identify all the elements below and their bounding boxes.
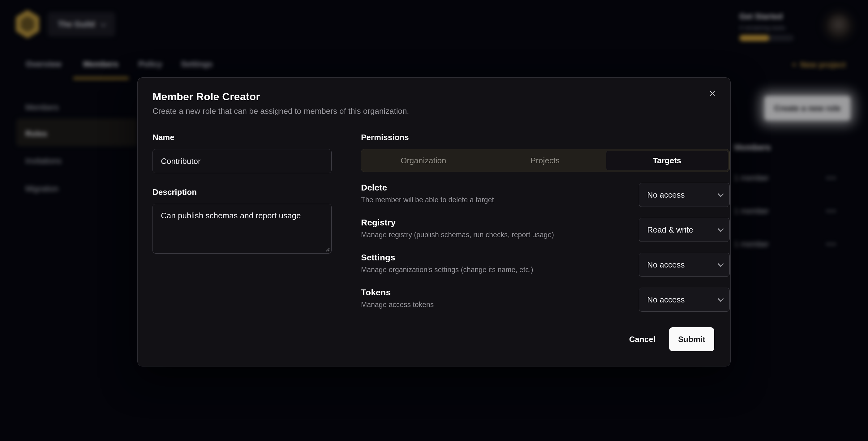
modal-footer: Cancel Submit <box>153 327 714 351</box>
description-field-wrap: Can publish schemas and report usage <box>153 204 332 255</box>
resize-handle-icon[interactable] <box>324 246 330 252</box>
chevron-down-icon <box>718 296 724 302</box>
permission-title: Delete <box>361 183 494 193</box>
permission-description: Manage registry (publish schemas, run ch… <box>361 231 554 239</box>
permission-text: Settings Manage organization's settings … <box>361 253 533 274</box>
modal-title: Member Role Creator <box>153 91 714 103</box>
cancel-button[interactable]: Cancel <box>619 328 666 350</box>
permission-row-settings: Settings Manage organization's settings … <box>361 253 730 277</box>
permission-text: Tokens Manage access tokens <box>361 288 434 309</box>
permission-description: Manage organization's settings (change i… <box>361 266 533 274</box>
description-label: Description <box>153 187 332 197</box>
chevron-down-icon <box>718 191 724 197</box>
name-input[interactable] <box>153 149 332 173</box>
permissions-label: Permissions <box>361 133 730 142</box>
tokens-access-select[interactable]: No access <box>639 288 730 312</box>
perm-tab-targets[interactable]: Targets <box>606 151 728 170</box>
role-form-left-column: Name Description Can publish schemas and… <box>153 133 332 312</box>
chevron-down-icon <box>718 261 724 267</box>
perm-tab-projects[interactable]: Projects <box>484 151 606 170</box>
close-icon[interactable]: ✕ <box>706 87 719 100</box>
permission-title: Settings <box>361 253 533 262</box>
permissions-column: Permissions Organization Projects Target… <box>361 133 730 312</box>
select-value: Read & write <box>647 225 693 235</box>
permission-row-tokens: Tokens Manage access tokens No access <box>361 288 730 312</box>
perm-tab-organization[interactable]: Organization <box>363 151 484 170</box>
delete-access-select[interactable]: No access <box>639 183 730 207</box>
name-label: Name <box>153 133 332 142</box>
permission-title: Registry <box>361 218 554 228</box>
permissions-tablist: Organization Projects Targets <box>361 149 730 172</box>
permission-text: Delete The member will be able to delete… <box>361 183 494 204</box>
member-role-creator-modal: ✕ Member Role Creator Create a new role … <box>137 77 731 367</box>
app-root: The Guild Get Started 4 remaining tasks … <box>0 0 868 441</box>
settings-access-select[interactable]: No access <box>639 253 730 277</box>
select-value: No access <box>647 260 685 270</box>
permission-row-registry: Registry Manage registry (publish schema… <box>361 218 730 242</box>
permission-text: Registry Manage registry (publish schema… <box>361 218 554 239</box>
permission-description: Manage access tokens <box>361 301 434 309</box>
submit-button[interactable]: Submit <box>669 327 714 351</box>
permission-row-delete: Delete The member will be able to delete… <box>361 183 730 207</box>
registry-access-select[interactable]: Read & write <box>639 218 730 242</box>
permission-title: Tokens <box>361 288 434 297</box>
description-textarea[interactable]: Can publish schemas and report usage <box>153 204 332 254</box>
permission-description: The member will be able to delete a targ… <box>361 196 494 204</box>
modal-subtitle: Create a new role that can be assigned t… <box>153 106 714 116</box>
select-value: No access <box>647 295 685 305</box>
chevron-down-icon <box>718 226 724 232</box>
select-value: No access <box>647 190 685 200</box>
